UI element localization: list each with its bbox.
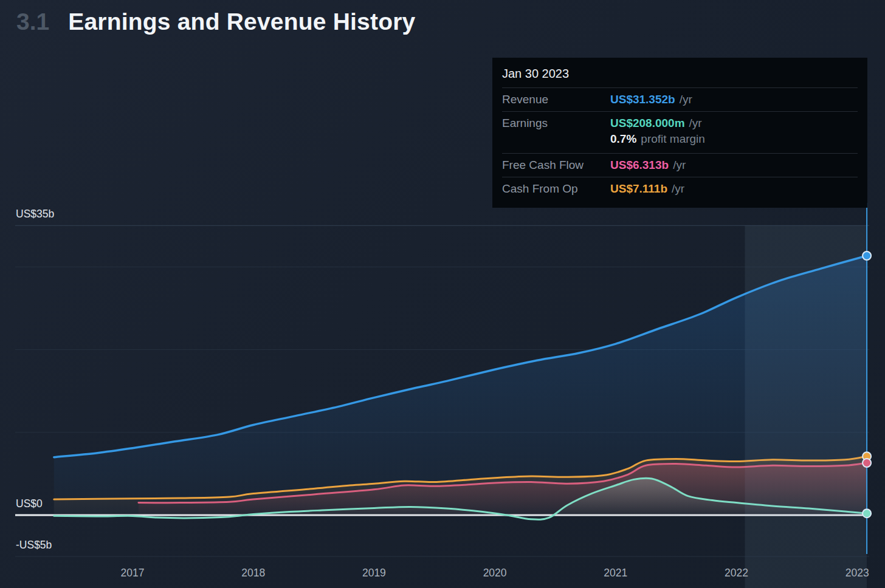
x-axis-label-2022: 2022 bbox=[725, 567, 748, 579]
tooltip-value-earnings: US$208.000m bbox=[610, 117, 685, 130]
x-axis-label-2019: 2019 bbox=[362, 567, 386, 579]
tooltip-unit: /yr bbox=[672, 182, 684, 196]
x-axis-label-2018: 2018 bbox=[241, 567, 265, 579]
page-title: Earnings and Revenue History bbox=[68, 9, 415, 35]
x-axis-label-2020: 2020 bbox=[483, 567, 507, 579]
highlight-band-overlay bbox=[745, 225, 867, 588]
tooltip-label-free-cash-flow: Free Cash Flow bbox=[502, 159, 610, 172]
tooltip-line: Free Cash Flow US$6.313b /yr bbox=[502, 157, 858, 173]
tooltip-line: Earnings US$208.000m /yr bbox=[502, 115, 858, 131]
tooltip-line: Cash From Op US$7.111b /yr bbox=[502, 181, 858, 197]
tooltip-value-cash-from-op: US$7.111b bbox=[610, 182, 667, 196]
x-axis-label-2017: 2017 bbox=[121, 567, 145, 579]
tooltip-value-free-cash-flow: US$6.313b bbox=[610, 159, 669, 172]
tooltip-unit: /yr bbox=[689, 117, 702, 130]
tooltip-value-revenue: US$31.352b bbox=[610, 93, 675, 106]
tooltip-label-cash-from-op: Cash From Op bbox=[502, 182, 610, 196]
tooltip-line: Revenue US$31.352b /yr bbox=[502, 92, 858, 108]
y-axis-label--us-5b: -US$5b bbox=[16, 539, 52, 551]
tooltip-profit-margin-value: 0.7% bbox=[610, 132, 636, 146]
tooltip-row-revenue: Revenue US$31.352b /yr bbox=[502, 87, 858, 111]
end-dot-revenue bbox=[863, 251, 871, 260]
tooltip-label-earnings: Earnings bbox=[502, 117, 610, 130]
page: 3.1 Earnings and Revenue History US$35bU… bbox=[0, 0, 885, 588]
tooltip-date: Jan 30 2023 bbox=[502, 63, 858, 87]
chart-tooltip: Jan 30 2023 Revenue US$31.352b /yr Earni… bbox=[492, 58, 867, 208]
tooltip-row-earnings: Earnings US$208.000m /yr 0.7% profit mar… bbox=[502, 111, 858, 153]
tooltip-label-revenue: Revenue bbox=[502, 93, 610, 106]
tooltip-profit-margin-text: profit margin bbox=[641, 132, 705, 146]
tooltip-unit: /yr bbox=[673, 159, 686, 172]
section-number: 3.1 bbox=[16, 9, 49, 35]
chart-header: 3.1 Earnings and Revenue History bbox=[16, 9, 415, 35]
y-axis-label-us-0: US$0 bbox=[16, 497, 43, 510]
x-axis-label-2021: 2021 bbox=[604, 567, 627, 579]
y-axis-label-us-35b: US$35b bbox=[16, 208, 54, 220]
tooltip-profit-margin-line: 0.7% profit margin bbox=[610, 131, 858, 149]
tooltip-row-cash-from-op: Cash From Op US$7.111b /yr bbox=[502, 177, 858, 200]
tooltip-unit: /yr bbox=[680, 93, 692, 106]
end-dot-free-cash-flow bbox=[863, 459, 871, 467]
end-dot-earnings bbox=[863, 509, 871, 518]
x-axis-label-2023: 2023 bbox=[845, 567, 869, 579]
tooltip-row-free-cash-flow: Free Cash Flow US$6.313b /yr bbox=[502, 153, 858, 177]
